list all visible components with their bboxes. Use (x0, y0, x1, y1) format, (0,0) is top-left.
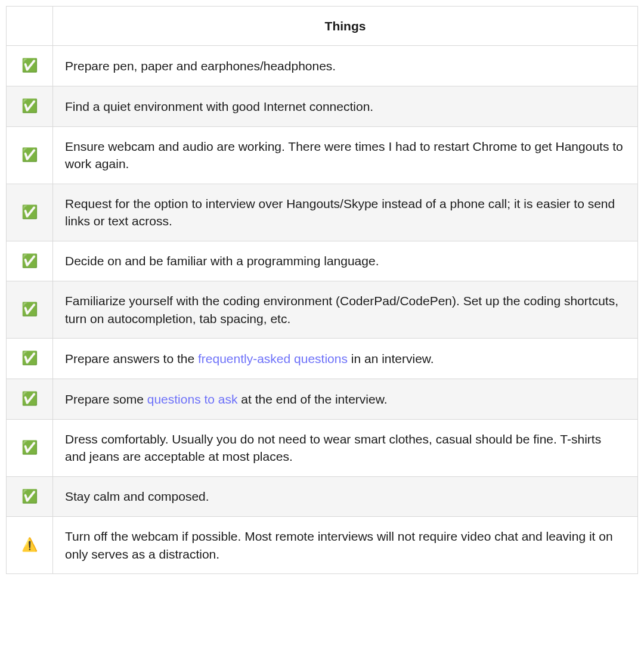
text-segment: Find a quiet environment with good Inter… (65, 100, 373, 113)
row-text: Find a quiet environment with good Inter… (53, 86, 638, 127)
text-segment: Prepare some (65, 392, 147, 406)
row-text: Ensure webcam and audio are working. The… (53, 126, 638, 184)
header-things-col: Things (53, 7, 638, 46)
check-icon: ✅ (7, 339, 53, 379)
table-row: ✅Find a quiet environment with good Inte… (7, 86, 638, 127)
check-icon: ✅ (7, 419, 53, 476)
row-text: Prepare some questions to ask at the end… (53, 379, 638, 419)
row-text: Familiarize yourself with the coding env… (53, 281, 638, 339)
row-text: Stay calm and composed. (53, 476, 638, 517)
text-segment: in an interview. (348, 352, 434, 365)
check-icon: ✅ (7, 241, 53, 281)
text-segment: Prepare pen, paper and earphones/headpho… (65, 59, 336, 73)
things-table: Things ✅Prepare pen, paper and earphones… (6, 6, 638, 574)
table-row: ✅Decide on and be familiar with a progra… (7, 241, 638, 281)
table-row: ✅Request for the option to interview ove… (7, 184, 638, 241)
table-row: ✅Stay calm and composed. (7, 476, 638, 517)
warning-icon: ⚠️ (7, 517, 53, 574)
table-row: ✅Familiarize yourself with the coding en… (7, 281, 638, 339)
check-icon: ✅ (7, 281, 53, 339)
row-text: Prepare pen, paper and earphones/headpho… (53, 46, 638, 86)
table-row: ⚠️Turn off the webcam if possible. Most … (7, 517, 638, 574)
row-text: Request for the option to interview over… (53, 184, 638, 241)
table-row: ✅Prepare some questions to ask at the en… (7, 379, 638, 419)
table-row: ✅Dress comfortably. Usually you do not n… (7, 419, 638, 476)
table-row: ✅Prepare answers to the frequently-asked… (7, 339, 638, 379)
row-text: Prepare answers to the frequently-asked … (53, 339, 638, 379)
inline-link[interactable]: frequently-asked questions (198, 352, 348, 365)
table-header-row: Things (7, 7, 638, 46)
check-icon: ✅ (7, 476, 53, 517)
row-text: Decide on and be familiar with a program… (53, 241, 638, 281)
text-segment: at the end of the interview. (238, 392, 388, 406)
check-icon: ✅ (7, 86, 53, 127)
inline-link[interactable]: questions to ask (147, 392, 238, 406)
text-segment: Stay calm and composed. (65, 489, 209, 503)
row-text: Turn off the webcam if possible. Most re… (53, 517, 638, 574)
text-segment: Dress comfortably. Usually you do not ne… (65, 432, 601, 463)
text-segment: Familiarize yourself with the coding env… (65, 294, 618, 325)
table-row: ✅Ensure webcam and audio are working. Th… (7, 126, 638, 184)
check-icon: ✅ (7, 126, 53, 184)
text-segment: Request for the option to interview over… (65, 197, 615, 228)
row-text: Dress comfortably. Usually you do not ne… (53, 419, 638, 476)
check-icon: ✅ (7, 184, 53, 241)
header-icon-col (7, 7, 53, 46)
table-row: ✅Prepare pen, paper and earphones/headph… (7, 46, 638, 86)
text-segment: Prepare answers to the (65, 352, 198, 365)
text-segment: Turn off the webcam if possible. Most re… (65, 529, 613, 560)
check-icon: ✅ (7, 379, 53, 419)
check-icon: ✅ (7, 46, 53, 86)
text-segment: Ensure webcam and audio are working. The… (65, 139, 623, 170)
text-segment: Decide on and be familiar with a program… (65, 254, 379, 268)
